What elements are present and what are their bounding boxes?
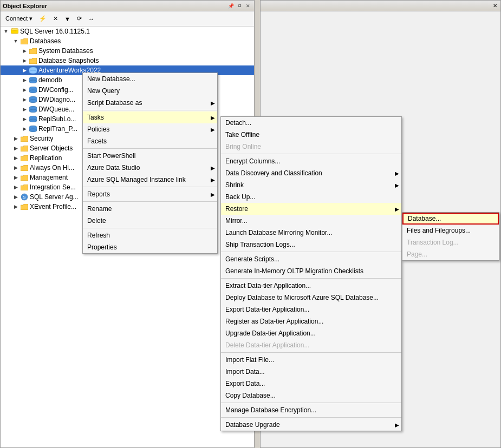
db-icon <box>29 95 37 104</box>
cm-facets[interactable]: Facets <box>83 135 217 147</box>
expand-toggle[interactable]: ▶ <box>20 115 29 123</box>
cm2-detach[interactable]: Detach... <box>221 117 401 129</box>
float-icon[interactable]: ⧉ <box>236 2 243 10</box>
new-query-toolbar-icon[interactable]: ⚡ <box>36 14 49 24</box>
cm3-restore-files[interactable]: Files and Filegroups... <box>402 225 499 236</box>
arrow-icon: ▶ <box>395 182 399 188</box>
cm2-backup[interactable]: Back Up... <box>221 191 401 203</box>
arrow-icon: ▶ <box>211 177 215 183</box>
close-icon[interactable]: ✕ <box>244 2 252 10</box>
cm2-upgrade[interactable]: Upgrade Data-tier Application... <box>221 327 401 339</box>
expand-toggle[interactable]: ▶ <box>20 85 29 94</box>
expand-toggle[interactable]: ▼ <box>2 27 10 36</box>
expand-toggle[interactable]: ▶ <box>20 76 29 84</box>
tree-db-snapshots[interactable]: ▶ Database Snapshots <box>1 56 254 65</box>
system-databases-label: System Databases <box>38 47 93 55</box>
cm-reports[interactable]: Reports ▶ <box>83 188 217 200</box>
expand-toggle[interactable]: ▶ <box>20 56 29 65</box>
tree-server-node[interactable]: ▼ SQL Server 16.0.1125.1 <box>1 27 254 36</box>
cm2-mirror-monitor[interactable]: Launch Database Mirroring Monitor... <box>221 227 401 239</box>
cm-policies[interactable]: Policies ▶ <box>83 123 217 135</box>
separator <box>83 110 217 110</box>
cm-tasks[interactable]: Tasks ▶ <box>83 111 217 123</box>
cm-new-database[interactable]: New Database... <box>83 73 217 85</box>
expand-toggle[interactable]: ▶ <box>11 154 20 162</box>
svg-point-19 <box>29 119 37 122</box>
cm2-gen-inmemory[interactable]: Generate In-Memory OLTP Migration Checkl… <box>221 265 401 277</box>
cm2-bring-online[interactable]: Bring Online <box>221 141 401 153</box>
cm-properties[interactable]: Properties <box>83 241 217 253</box>
cm-azure-ds[interactable]: Azure Data Studio ▶ <box>83 162 217 174</box>
cm-rename[interactable]: Rename <box>83 203 217 215</box>
connect-button[interactable]: Connect ▾ <box>3 14 35 24</box>
cm2-ship-logs[interactable]: Ship Transaction Logs... <box>221 239 401 251</box>
filter-icon[interactable]: ▼ <box>62 14 73 24</box>
expand-toggle[interactable]: ▶ <box>20 47 29 55</box>
cm2-db-upgrade[interactable]: Database Upgrade ▶ <box>221 419 401 431</box>
cm2-register[interactable]: Register as Data-tier Application... <box>221 315 401 327</box>
reports-label: Reports <box>87 190 110 198</box>
encrypt-columns-label: Encrypt Columns... <box>225 157 280 165</box>
cm2-encrypt-columns[interactable]: Encrypt Columns... <box>221 155 401 167</box>
svg-point-7 <box>29 80 37 83</box>
cm2-data-discovery[interactable]: Data Discovery and Classification ▶ <box>221 167 401 179</box>
expand-toggle[interactable]: ▶ <box>11 163 20 172</box>
folder-icon <box>29 47 37 55</box>
cm3-restore-log[interactable]: Transaction Log... <box>402 236 499 248</box>
expand-toggle[interactable]: ▶ <box>11 134 20 143</box>
cm-azure-sql[interactable]: Azure SQL Managed Instance link ▶ <box>83 174 217 186</box>
cm2-import-flat[interactable]: Import Flat File... <box>221 354 401 366</box>
restore-page-label: Page... <box>407 251 427 258</box>
copy-db-label: Copy Database... <box>225 392 276 399</box>
cm2-restore[interactable]: Restore ▶ <box>221 203 401 215</box>
separator <box>83 201 217 202</box>
expand-toggle[interactable]: ▶ <box>20 105 29 114</box>
cm2-mirror[interactable]: Mirror... <box>221 215 401 227</box>
expand-toggle[interactable]: ▶ <box>11 193 20 201</box>
cm-script-db[interactable]: Script Database as ▶ <box>83 97 217 109</box>
arrow-icon: ▶ <box>395 422 399 428</box>
cm2-delete-data[interactable]: Delete Data-tier Application... <box>221 339 401 351</box>
management-label: Management <box>30 174 68 181</box>
expand-icon[interactable]: ↔ <box>86 14 97 24</box>
cm2-import-data[interactable]: Import Data... <box>221 366 401 378</box>
cm2-copy-db[interactable]: Copy Database... <box>221 390 401 401</box>
gen-scripts-label: Generate Scripts... <box>225 255 279 263</box>
db-snapshots-label: Database Snapshots <box>38 57 99 64</box>
cm2-manage-encrypt[interactable]: Manage Database Encryption... <box>221 404 401 416</box>
expand-toggle[interactable]: ▶ <box>20 66 29 75</box>
cm2-take-offline[interactable]: Take Offline <box>221 129 401 141</box>
cm2-export-data2[interactable]: Export Data... <box>221 378 401 390</box>
cm-delete[interactable]: Delete <box>83 215 217 227</box>
cm-start-ps[interactable]: Start PowerShell <box>83 150 217 162</box>
tree-databases-folder[interactable]: ▼ Databases <box>1 36 254 46</box>
cm2-shrink[interactable]: Shrink ▶ <box>221 179 401 191</box>
cm2-deploy-azure[interactable]: Deploy Database to Microsoft Azure SQL D… <box>221 292 401 304</box>
security-label: Security <box>30 135 53 142</box>
replication-label: Replication <box>30 154 62 162</box>
expand-toggle[interactable]: ▶ <box>20 124 29 133</box>
demodb-label: demodb <box>38 76 62 84</box>
cm-refresh[interactable]: Refresh <box>83 229 217 241</box>
cm2-extract[interactable]: Extract Data-tier Application... <box>221 280 401 292</box>
cm3-restore-page[interactable]: Page... <box>402 248 499 260</box>
expand-toggle[interactable]: ▶ <box>11 183 20 192</box>
expand-toggle[interactable]: ▼ <box>11 37 20 45</box>
cm-new-query[interactable]: New Query <box>83 85 217 97</box>
cm3-restore-database[interactable]: Database... <box>402 213 499 225</box>
refresh-toolbar-icon[interactable]: ⟳ <box>74 14 84 24</box>
upgrade-label: Upgrade Data-tier Application... <box>225 330 316 337</box>
db-icon <box>29 66 37 75</box>
tree-system-databases[interactable]: ▶ System Databases <box>1 46 254 56</box>
expand-toggle[interactable]: ▶ <box>11 144 20 153</box>
pin-icon[interactable]: 📌 <box>227 2 235 10</box>
svg-point-4 <box>29 70 37 74</box>
cm2-export-data[interactable]: Export Data-tier Application... <box>221 304 401 315</box>
disconnect-icon[interactable]: ✕ <box>50 14 61 24</box>
cm2-gen-scripts[interactable]: Generate Scripts... <box>221 253 401 265</box>
expand-toggle[interactable]: ▶ <box>11 202 20 211</box>
expand-toggle[interactable]: ▶ <box>11 173 20 182</box>
arrow-icon: ▶ <box>211 127 215 133</box>
rp-close-icon[interactable]: ✕ <box>493 3 497 9</box>
expand-toggle[interactable]: ▶ <box>20 95 29 104</box>
